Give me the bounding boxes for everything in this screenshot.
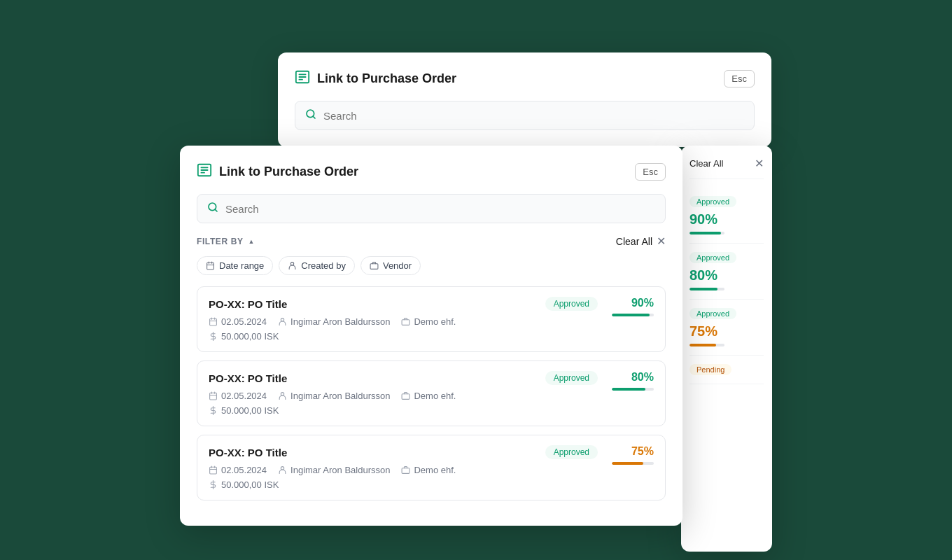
search-box-front: [197, 194, 666, 223]
modal-front-title-row: Link to Purchase Order: [197, 162, 358, 181]
po-item-3[interactable]: PO-XX: PO Title Approved 02.05.2024: [197, 435, 666, 500]
status-badge-rp-2: Approved: [690, 252, 736, 263]
po-item-1-header: PO-XX: PO Title Approved: [209, 297, 598, 311]
status-badge-2: Approved: [545, 371, 598, 385]
po-item-2-header: PO-XX: PO Title Approved: [209, 371, 598, 385]
calendar-icon-3: [209, 465, 218, 475]
po-title-2: PO-XX: PO Title: [209, 372, 287, 384]
po-item-2[interactable]: PO-XX: PO Title Approved 02.05.2024: [197, 360, 666, 426]
progress-pct-2: 80%: [631, 371, 654, 384]
po-item-2-right: 80%: [598, 371, 654, 391]
progress-bar-track-1: [612, 314, 654, 316]
po-item-3-left: PO-XX: PO Title Approved 02.05.2024: [209, 445, 598, 490]
briefcase-icon-1: [401, 317, 410, 326]
svg-rect-32: [210, 467, 217, 474]
calendar-icon-2: [209, 391, 218, 400]
modal-bg-title-row: Link to Purchase Order: [295, 69, 456, 88]
progress-bar-fill-rp-1: [690, 232, 721, 234]
svg-line-5: [313, 116, 315, 118]
status-badge-rp-1: Approved: [690, 196, 736, 207]
modal-front-title: Link to Purchase Order: [219, 164, 358, 179]
modal-front: Link to Purchase Order Esc FILTER BY ▲ C…: [180, 146, 682, 526]
purchase-order-icon-front: [197, 162, 212, 181]
modal-bg-header: Link to Purchase Order Esc: [295, 69, 755, 88]
po-vendor-2: Demo ehf.: [401, 391, 456, 401]
dollar-icon-2: [209, 406, 218, 415]
person-icon-3: [278, 465, 287, 475]
search-icon-front: [207, 202, 218, 216]
po-date-3: 02.05.2024: [209, 465, 267, 475]
po-title-1: PO-XX: PO Title: [209, 298, 287, 310]
po-item-2-body: PO-XX: PO Title Approved 02.05.2024: [209, 371, 654, 416]
progress-bar-track-2: [612, 388, 654, 391]
search-icon-bg: [305, 108, 316, 122]
po-amount-2: 50.000,00 ISK: [209, 405, 598, 416]
status-badge-1: Approved: [545, 297, 598, 311]
po-item-1[interactable]: PO-XX: PO Title Approved 02.05.2024: [197, 286, 666, 352]
po-item-1-right: 90%: [598, 297, 654, 316]
calendar-icon-1: [209, 317, 218, 326]
progress-bar-track-rp-3: [690, 344, 724, 346]
svg-point-22: [281, 318, 284, 321]
po-item-2-left: PO-XX: PO Title Approved 02.05.2024: [209, 371, 598, 416]
briefcase-icon-2: [401, 391, 410, 400]
search-input-bg[interactable]: [323, 110, 744, 122]
modal-bg-title: Link to Purchase Order: [317, 71, 456, 86]
svg-rect-12: [207, 262, 214, 270]
right-panel-item-2: Approved 80%: [690, 244, 764, 300]
percent-rp-1: 90%: [690, 211, 718, 227]
po-amount-3: 50.000,00 ISK: [209, 479, 598, 490]
filter-chip-date-range[interactable]: Date range: [197, 256, 273, 275]
status-badge-rp-3: Approved: [690, 308, 736, 319]
right-panel-item-1: Approved 90%: [690, 188, 764, 244]
po-item-3-right: 75%: [598, 445, 654, 465]
person-icon-2: [278, 391, 287, 400]
po-item-3-header: PO-XX: PO Title Approved: [209, 445, 598, 459]
po-item-1-left: PO-XX: PO Title Approved 02.05.2024: [209, 297, 598, 342]
progress-bar-track-rp-2: [690, 288, 724, 290]
svg-rect-37: [402, 468, 410, 474]
progress-bar-fill-rp-3: [690, 344, 716, 346]
po-creator-2: Ingimar Aron Baldursson: [278, 391, 390, 401]
po-meta-3: 02.05.2024 Ingimar Aron Baldursson: [209, 465, 598, 475]
percent-rp-2: 80%: [690, 267, 718, 284]
clear-all-button[interactable]: Clear All ✕: [616, 234, 666, 248]
filter-by-label: FILTER BY ▲: [197, 237, 255, 246]
esc-button-front[interactable]: Esc: [635, 163, 666, 181]
filter-bar: FILTER BY ▲ Clear All ✕: [197, 234, 666, 248]
person-icon: [288, 261, 297, 270]
right-panel-item-3: Approved 75%: [690, 300, 764, 356]
po-vendor-3: Demo ehf.: [401, 465, 456, 475]
svg-point-29: [281, 393, 284, 396]
purchase-order-icon: [295, 69, 310, 88]
progress-bar-fill-1: [612, 314, 650, 316]
clear-all-x-icon: ✕: [657, 234, 666, 248]
filter-chips: Date range Created by Vendor: [197, 256, 666, 275]
progress-pct-1: 90%: [631, 297, 654, 309]
svg-rect-30: [402, 394, 410, 400]
percent-rp-3: 75%: [690, 323, 718, 340]
po-date-2: 02.05.2024: [209, 391, 267, 401]
po-date-1: 02.05.2024: [209, 316, 267, 327]
dollar-icon-3: [209, 480, 218, 489]
svg-line-11: [215, 209, 217, 211]
svg-rect-18: [210, 318, 217, 326]
esc-button-bg[interactable]: Esc: [724, 70, 755, 88]
po-creator-1: Ingimar Aron Baldursson: [278, 316, 390, 327]
filter-chip-vendor[interactable]: Vendor: [360, 256, 421, 275]
svg-rect-23: [402, 320, 410, 326]
right-panel-item-4: Pending: [690, 356, 764, 384]
status-badge-rp-4: Pending: [690, 364, 732, 375]
chevron-up-icon: ▲: [248, 238, 255, 245]
clear-all-button-panel[interactable]: Clear All: [690, 158, 723, 169]
close-icon-panel[interactable]: ✕: [755, 157, 764, 170]
progress-bar-track-3: [612, 462, 654, 465]
progress-bar-track-rp-1: [690, 232, 724, 234]
svg-rect-17: [370, 264, 378, 270]
svg-point-16: [291, 262, 294, 265]
search-input-front[interactable]: [225, 203, 655, 215]
po-item-1-body: PO-XX: PO Title Approved 02.05.2024: [209, 297, 654, 342]
filter-chip-created-by[interactable]: Created by: [279, 256, 355, 275]
right-panel: Clear All ✕ Approved 90% Approved 80% Ap…: [681, 146, 772, 552]
progress-bar-fill-rp-2: [690, 288, 718, 290]
